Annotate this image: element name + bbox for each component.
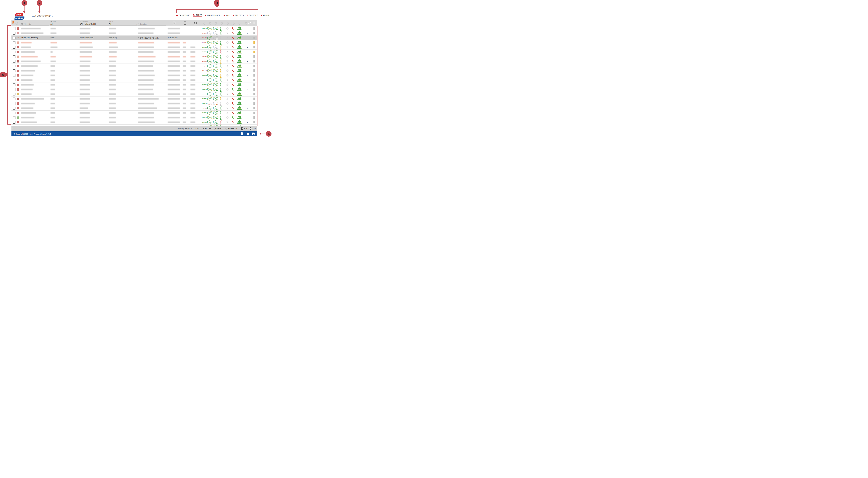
table-row[interactable]: ON-ROADEBS47%!30%- [11, 96, 257, 101]
row-checkbox[interactable] [13, 69, 16, 72]
document-icon[interactable] [253, 102, 255, 105]
edit-icon[interactable] [17, 107, 19, 109]
filter-button[interactable]: FILTER [203, 126, 211, 131]
row-checkbox[interactable] [13, 60, 16, 63]
document-icon[interactable] [253, 84, 255, 86]
nav-item-fleet[interactable]: FLEET [193, 14, 202, 17]
pdf-export-button[interactable]: PDF [241, 126, 247, 131]
row-checkbox[interactable] [13, 121, 16, 124]
row-checkbox[interactable] [13, 84, 16, 86]
table-row[interactable]: VOR (BRKE)EBS50%!30%- [11, 59, 257, 64]
user-menu[interactable]: MAX MUSTERMANN▾ [32, 15, 53, 17]
table-row[interactable]: ON-ROADEBS50%21%- [11, 125, 257, 126]
table-row[interactable]: VOR (PRGE)EBS82%42%- [11, 40, 257, 45]
csv-export-button[interactable]: CSV [250, 126, 256, 131]
table-row[interactable]: VOR (BULB)EBS50%28%- [11, 64, 257, 68]
row-checkbox[interactable] [13, 107, 16, 109]
nav-item-dashboard[interactable]: DASHBOARD [176, 14, 190, 17]
table-row[interactable]: ON-ROADCHECK ISO763814%- [11, 101, 257, 106]
document-icon[interactable] [253, 51, 255, 53]
gear-icon[interactable] [16, 22, 18, 25]
export-document-icon[interactable] [241, 132, 243, 135]
table-row[interactable]: ON-ROADEBS52%!21%- [11, 120, 257, 125]
chevron-down-icon[interactable]: ▾ [79, 24, 79, 25]
document-icon[interactable] [253, 121, 255, 123]
document-icon[interactable] [253, 27, 255, 30]
row-checkbox[interactable] [13, 79, 16, 82]
document-icon[interactable] [253, 116, 255, 119]
document-icon[interactable] [253, 93, 255, 95]
edit-icon[interactable] [17, 121, 19, 123]
document-icon[interactable] [253, 88, 255, 91]
document-icon[interactable] [253, 32, 255, 34]
document-icon[interactable] [253, 60, 255, 62]
table-row[interactable]: ON-ROADEBS81%65%- [11, 26, 257, 31]
edit-icon[interactable] [17, 93, 19, 95]
edit-icon[interactable] [17, 41, 19, 44]
table-row[interactable]: ON-ROADEBS50%38%- [11, 83, 257, 87]
edit-icon[interactable] [17, 27, 19, 30]
reset-button[interactable]: RESET [214, 126, 222, 131]
document-icon[interactable] [253, 98, 255, 100]
table-row[interactable]: ON-ROADEBS48%68%- [11, 92, 257, 96]
document-icon[interactable] [253, 46, 255, 49]
edit-icon[interactable] [17, 65, 19, 67]
edit-icon[interactable] [17, 98, 19, 100]
chevron-down-icon[interactable]: ▾ [136, 24, 137, 25]
refresh-button[interactable]: REFRESH [225, 126, 237, 131]
document-icon[interactable] [253, 65, 255, 67]
edit-icon[interactable] [17, 84, 19, 86]
row-checkbox[interactable] [13, 27, 16, 30]
edit-icon[interactable]: ✎ [17, 37, 19, 39]
document-icon[interactable] [253, 69, 255, 72]
table-row[interactable]: ON-ROADEBS51%!21%- [11, 45, 257, 50]
row-checkbox[interactable] [13, 41, 16, 44]
table-row[interactable]: ON-ROADEBS45%30%- [11, 78, 257, 83]
row-checkbox[interactable] [13, 46, 16, 49]
edit-icon[interactable] [17, 117, 19, 119]
bell-icon[interactable] [247, 132, 250, 135]
row-checkbox[interactable] [13, 102, 16, 105]
edit-icon[interactable] [17, 79, 19, 81]
group-filter-select[interactable]: All [109, 23, 111, 25]
table-row[interactable]: ✎AB SH 1234 AcademyTrailerSAF Holland Gm… [11, 36, 257, 40]
table-row[interactable]: VOR (LOL)EBS89%!23%- [11, 68, 257, 73]
fleet-no-search-input[interactable]: Fleet No. [24, 23, 31, 25]
edit-icon[interactable] [17, 51, 19, 53]
document-icon[interactable] [253, 37, 255, 39]
chevron-down-icon[interactable]: ▾ [106, 24, 107, 25]
company-filter-select[interactable]: SAF Holland GmbH [80, 23, 96, 25]
type-filter-select[interactable]: All [51, 23, 53, 25]
document-icon[interactable] [253, 74, 255, 76]
row-checkbox[interactable] [13, 111, 16, 114]
bookmark-icon[interactable] [12, 21, 14, 24]
row-checkbox[interactable] [13, 55, 16, 58]
table-row[interactable]: ON-ROADEBS49%29%- [11, 110, 257, 115]
nav-item-maintenance[interactable]: MAINTENANCE [205, 14, 220, 17]
row-checkbox[interactable] [13, 116, 16, 119]
document-icon[interactable] [253, 111, 255, 114]
row-checkbox[interactable] [13, 32, 16, 35]
table-row[interactable]: VOR (INSP)EBS52%26%- [11, 54, 257, 59]
edit-icon[interactable] [17, 74, 19, 76]
edit-icon[interactable] [17, 60, 19, 62]
row-checkbox[interactable] [13, 65, 16, 67]
row-checkbox[interactable] [13, 98, 16, 100]
table-row[interactable]: ON-ROADEBS51%!14%- [11, 50, 257, 54]
document-icon[interactable] [253, 79, 255, 81]
table-row[interactable]: ON-ROADEBS52%54%- [11, 115, 257, 120]
document-icon[interactable] [253, 41, 255, 44]
edit-icon[interactable] [17, 70, 19, 72]
edit-icon[interactable] [17, 88, 19, 91]
nav-item-support[interactable]: SUPPORT [246, 14, 258, 17]
edit-icon[interactable] [17, 56, 19, 58]
row-checkbox[interactable] [13, 74, 16, 77]
location-filter[interactable]: Location [138, 23, 147, 25]
table-row[interactable]: ON-ROADEBS60%!26%- [11, 73, 257, 78]
row-checkbox[interactable] [13, 37, 16, 39]
row-checkbox[interactable] [13, 51, 16, 53]
row-checkbox[interactable] [13, 88, 16, 91]
edit-icon[interactable] [17, 32, 19, 34]
edit-icon[interactable] [17, 102, 19, 105]
table-row[interactable]: ON-ROADEBS45%38%- [11, 87, 257, 92]
